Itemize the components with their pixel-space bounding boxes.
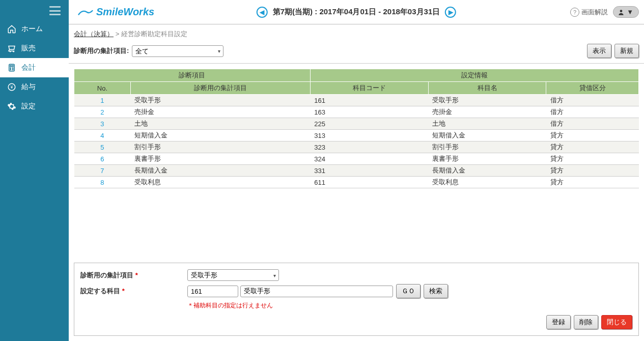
cell-dc: 借方 bbox=[546, 106, 639, 118]
cell-code: 163 bbox=[310, 106, 428, 118]
table-area: 診断項目 設定情報 No. 診断用の集計項目 科目コード 科目名 貸借区分 1受… bbox=[69, 64, 644, 193]
table-row[interactable]: 8受取利息611受取利息貸方 bbox=[74, 177, 639, 188]
period-prev-button[interactable]: ◀ bbox=[257, 7, 268, 18]
cell-name: 受取手形 bbox=[428, 95, 546, 106]
cell-dc: 貸方 bbox=[546, 153, 639, 165]
cell-agg: 割引手形 bbox=[130, 141, 310, 153]
cell-agg: 長期借入金 bbox=[130, 165, 310, 177]
help-icon: ? bbox=[570, 8, 579, 17]
sidebar-item-label: 会計 bbox=[21, 63, 36, 72]
form-label-item: 設定する科目 * bbox=[80, 287, 187, 296]
logo[interactable]: SmileWorks bbox=[78, 6, 154, 18]
edit-form: 診断用の集計項目 * 受取手形 設定する科目 * ＧＯ 検索 ＊補助科目の指定は… bbox=[74, 263, 639, 336]
close-button[interactable]: 閉じる bbox=[601, 315, 632, 329]
cell-name: 短期借入金 bbox=[428, 130, 546, 141]
sidebar-item-accounting[interactable]: 会計 bbox=[0, 58, 69, 77]
save-button[interactable]: 登録 bbox=[546, 315, 571, 329]
filter-label: 診断用の集計項目: bbox=[74, 46, 129, 55]
cell-name: 裏書手形 bbox=[428, 153, 546, 165]
cell-no[interactable]: 2 bbox=[74, 106, 131, 118]
cell-code: 161 bbox=[310, 95, 428, 106]
form-agg-select[interactable]: 受取手形 bbox=[187, 269, 279, 281]
logo-swoosh-icon bbox=[78, 8, 93, 17]
th-group-setting: 設定情報 bbox=[310, 69, 638, 82]
cell-code: 324 bbox=[310, 153, 428, 165]
sidebar-item-sales[interactable]: 販売 bbox=[0, 39, 69, 58]
svg-point-4 bbox=[10, 69, 11, 70]
sidebar-item-payroll[interactable]: ¥ 給与 bbox=[0, 77, 69, 97]
cell-code: 611 bbox=[310, 177, 428, 188]
cell-no[interactable]: 1 bbox=[74, 95, 131, 106]
accounts-table: 診断項目 設定情報 No. 診断用の集計項目 科目コード 科目名 貸借区分 1受… bbox=[74, 69, 639, 188]
cell-dc: 貸方 bbox=[546, 130, 639, 141]
nav-list: ホーム 販売 会計 ¥ 給与 bbox=[0, 19, 69, 116]
new-button[interactable]: 新規 bbox=[614, 44, 639, 58]
period-text: 第7期(当期) : 2017年04月01日 - 2018年03月31日 bbox=[273, 7, 440, 17]
sidebar-item-settings[interactable]: 設定 bbox=[0, 97, 69, 116]
hamburger-icon[interactable] bbox=[49, 6, 61, 15]
form-name-input[interactable] bbox=[240, 286, 393, 297]
form-label-agg: 診断用の集計項目 * bbox=[80, 271, 187, 280]
cell-code: 331 bbox=[310, 165, 428, 177]
period-selector: ◀ 第7期(当期) : 2017年04月01日 - 2018年03月31日 ▶ bbox=[257, 7, 456, 18]
cell-dc: 貸方 bbox=[546, 165, 639, 177]
go-button[interactable]: ＧＯ bbox=[396, 284, 421, 298]
sidebar-item-label: 設定 bbox=[21, 102, 36, 111]
table-row[interactable]: 2売掛金163売掛金借方 bbox=[74, 106, 639, 118]
th-name: 科目名 bbox=[428, 82, 546, 95]
th-dc: 貸借区分 bbox=[546, 82, 639, 95]
cell-agg: 土地 bbox=[130, 118, 310, 130]
table-row[interactable]: 1受取手形161受取手形借方 bbox=[74, 95, 639, 106]
calculator-icon bbox=[7, 63, 16, 72]
filter-select[interactable]: 全て bbox=[132, 45, 223, 57]
sidebar-item-label: 販売 bbox=[21, 44, 36, 53]
svg-text:¥: ¥ bbox=[10, 85, 13, 90]
table-row[interactable]: 3土地225土地借方 bbox=[74, 118, 639, 130]
show-button[interactable]: 表示 bbox=[587, 44, 611, 58]
user-icon bbox=[618, 9, 625, 16]
delete-button[interactable]: 削除 bbox=[574, 315, 598, 329]
table-row[interactable]: 7長期借入金331長期借入金貸方 bbox=[74, 165, 639, 177]
help-link[interactable]: ? 画面解説 bbox=[570, 8, 608, 17]
cell-code: 313 bbox=[310, 130, 428, 141]
table-row[interactable]: 6裏書手形324裏書手形貸方 bbox=[74, 153, 639, 165]
svg-rect-1 bbox=[10, 66, 13, 67]
cell-no[interactable]: 4 bbox=[74, 130, 131, 141]
cell-no[interactable]: 8 bbox=[74, 177, 131, 188]
table-row[interactable]: 4短期借入金313短期借入金貸方 bbox=[74, 130, 639, 141]
cell-no[interactable]: 7 bbox=[74, 165, 131, 177]
sidebar-item-home[interactable]: ホーム bbox=[0, 19, 69, 39]
search-button[interactable]: 検索 bbox=[424, 284, 448, 298]
main-area: SmileWorks ◀ 第7期(当期) : 2017年04月01日 - 201… bbox=[69, 0, 644, 341]
cell-code: 323 bbox=[310, 141, 428, 153]
form-code-input[interactable] bbox=[187, 286, 238, 297]
breadcrumb: 会計（決算） > 経営診断勘定科目設定 bbox=[69, 24, 644, 42]
cell-no[interactable]: 5 bbox=[74, 141, 131, 153]
filter-row: 診断用の集計項目: 全て 表示 新規 bbox=[69, 42, 644, 64]
user-menu-button[interactable]: ▼ bbox=[613, 6, 639, 18]
cell-agg: 短期借入金 bbox=[130, 130, 310, 141]
breadcrumb-current: 経営診断勘定科目設定 bbox=[121, 30, 187, 38]
breadcrumb-sep: > bbox=[116, 30, 120, 38]
cell-no[interactable]: 3 bbox=[74, 118, 131, 130]
gear-icon bbox=[7, 102, 16, 111]
cell-name: 売掛金 bbox=[428, 106, 546, 118]
breadcrumb-link[interactable]: 会計（決算） bbox=[74, 30, 114, 38]
cell-name: 割引手形 bbox=[428, 141, 546, 153]
topbar-right: ? 画面解説 ▼ bbox=[570, 6, 639, 18]
cell-no[interactable]: 6 bbox=[74, 153, 131, 165]
sidebar-item-label: ホーム bbox=[21, 24, 43, 34]
cell-name: 受取利息 bbox=[428, 177, 546, 188]
period-next-button[interactable]: ▶ bbox=[445, 7, 456, 18]
cell-agg: 売掛金 bbox=[130, 106, 310, 118]
cell-agg: 受取利息 bbox=[130, 177, 310, 188]
cell-dc: 借方 bbox=[546, 118, 639, 130]
th-group-diag: 診断項目 bbox=[74, 69, 311, 82]
logo-text: SmileWorks bbox=[96, 6, 154, 18]
cell-code: 225 bbox=[310, 118, 428, 130]
th-no: No. bbox=[74, 82, 131, 95]
filter-select-wrap: 全て bbox=[132, 45, 223, 57]
table-row[interactable]: 5割引手形323割引手形貸方 bbox=[74, 141, 639, 153]
cell-name: 土地 bbox=[428, 118, 546, 130]
sidebar-item-label: 給与 bbox=[21, 82, 36, 92]
